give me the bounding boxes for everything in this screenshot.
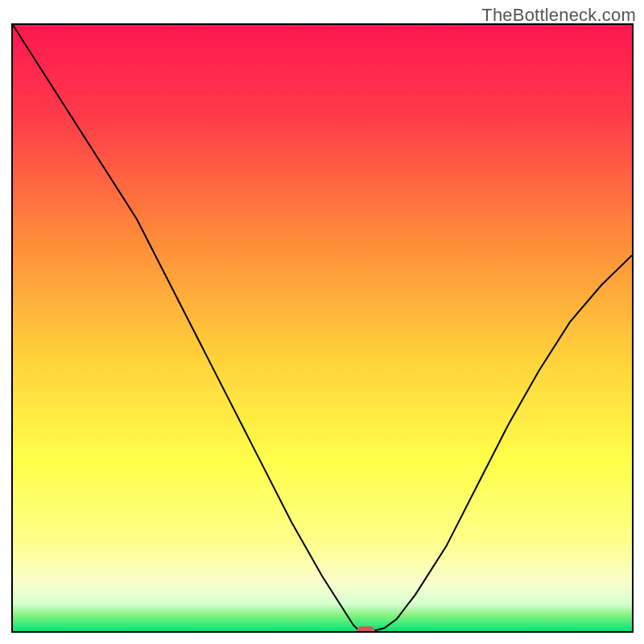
watermark: TheBottleneck.com	[481, 5, 636, 26]
chart-frame	[11, 23, 634, 633]
gradient-background	[13, 25, 632, 631]
chart-svg	[13, 25, 632, 631]
minimum-marker	[357, 626, 375, 631]
